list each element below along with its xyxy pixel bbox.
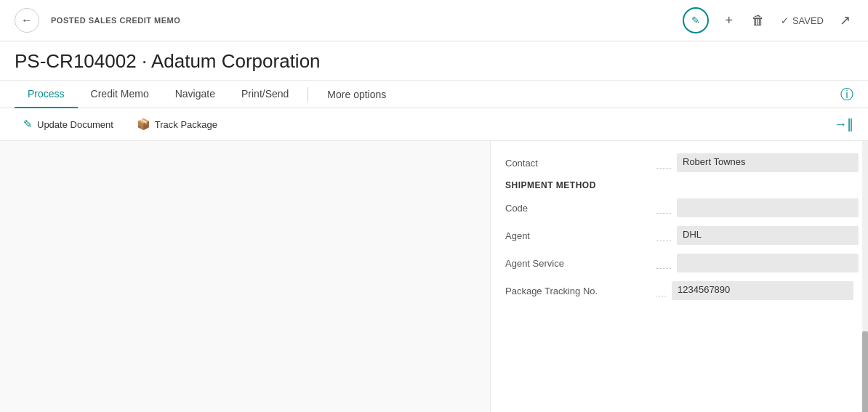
add-button[interactable]: + bbox=[722, 10, 736, 31]
saved-label: SAVED bbox=[792, 15, 824, 26]
edit-button[interactable]: ✎ bbox=[683, 7, 709, 33]
pencil-icon: ✎ bbox=[23, 118, 33, 131]
agent-label: Agent bbox=[505, 230, 651, 241]
open-external-button[interactable]: ↗ bbox=[837, 9, 853, 31]
tab-separator bbox=[308, 87, 308, 102]
package-tracking-value[interactable]: 1234567890 bbox=[672, 281, 853, 300]
page-title-bar: PS-CR104002 · Adatum Corporation bbox=[0, 41, 868, 81]
scrollbar-thumb[interactable] bbox=[862, 331, 868, 412]
tab-navigate[interactable]: Navigate bbox=[162, 81, 228, 108]
info-icon[interactable]: ⓘ bbox=[840, 86, 853, 103]
package-icon: 📦 bbox=[137, 118, 150, 131]
top-bar: ← POSTED SALES CREDIT MEMO ✎ + 🗑 ✓ SAVED… bbox=[0, 0, 868, 41]
top-actions: ✎ + 🗑 ✓ SAVED ↗ bbox=[683, 7, 853, 33]
saved-status: ✓ SAVED bbox=[781, 15, 824, 26]
contact-dots bbox=[656, 168, 671, 169]
tab-process[interactable]: Process bbox=[15, 81, 78, 108]
contact-label: Contact bbox=[505, 158, 651, 169]
code-label: Code bbox=[505, 203, 651, 214]
package-tracking-row: Package Tracking No. 1234567890 bbox=[505, 280, 853, 301]
scrollbar[interactable] bbox=[862, 141, 868, 412]
package-tracking-label: Package Tracking No. bbox=[505, 286, 651, 296]
page-label: POSTED SALES CREDIT MEMO bbox=[51, 16, 671, 25]
update-document-label: Update Document bbox=[37, 119, 113, 130]
back-button[interactable]: ← bbox=[15, 8, 39, 33]
open-icon: ↗ bbox=[840, 12, 851, 28]
right-panel: Contact Robert Townes SHIPMENT METHOD Co… bbox=[490, 141, 868, 412]
update-document-button[interactable]: ✎ Update Document bbox=[15, 114, 122, 134]
main-content: Contact Robert Townes SHIPMENT METHOD Co… bbox=[0, 141, 868, 412]
check-icon: ✓ bbox=[781, 15, 789, 26]
page-title: PS-CR104002 · Adatum Corporation bbox=[15, 50, 853, 73]
agent-dots bbox=[656, 241, 671, 241]
left-panel bbox=[0, 141, 490, 412]
track-package-label: Track Package bbox=[155, 119, 217, 130]
agent-row: Agent DHL bbox=[505, 225, 853, 246]
package-tracking-dots bbox=[656, 296, 666, 296]
track-package-button[interactable]: 📦 Track Package bbox=[128, 114, 226, 134]
agent-service-value[interactable] bbox=[677, 254, 859, 272]
tab-credit-memo[interactable]: Credit Memo bbox=[78, 81, 162, 108]
tab-more-options[interactable]: More options bbox=[314, 81, 399, 108]
delete-icon: 🗑 bbox=[752, 13, 765, 28]
code-row: Code bbox=[505, 198, 853, 218]
agent-service-row: Agent Service bbox=[505, 253, 853, 273]
agent-service-label: Agent Service bbox=[505, 258, 651, 269]
shipment-method-header: SHIPMENT METHOD bbox=[505, 180, 853, 190]
code-value[interactable] bbox=[677, 198, 859, 217]
contact-row: Contact Robert Townes bbox=[505, 153, 853, 173]
action-bar: ✎ Update Document 📦 Track Package →‖ bbox=[0, 108, 868, 141]
agent-service-dots bbox=[656, 268, 671, 269]
delete-button[interactable]: 🗑 bbox=[749, 10, 768, 31]
edit-icon: ✎ bbox=[691, 15, 700, 26]
pin-icon[interactable]: →‖ bbox=[834, 116, 853, 132]
agent-value[interactable]: DHL bbox=[677, 226, 859, 245]
add-icon: + bbox=[725, 13, 733, 28]
code-dots bbox=[656, 213, 671, 214]
tab-navigation: Process Credit Memo Navigate Print/Send … bbox=[0, 81, 868, 108]
contact-value[interactable]: Robert Townes bbox=[677, 153, 859, 172]
tab-print-send[interactable]: Print/Send bbox=[228, 81, 302, 108]
